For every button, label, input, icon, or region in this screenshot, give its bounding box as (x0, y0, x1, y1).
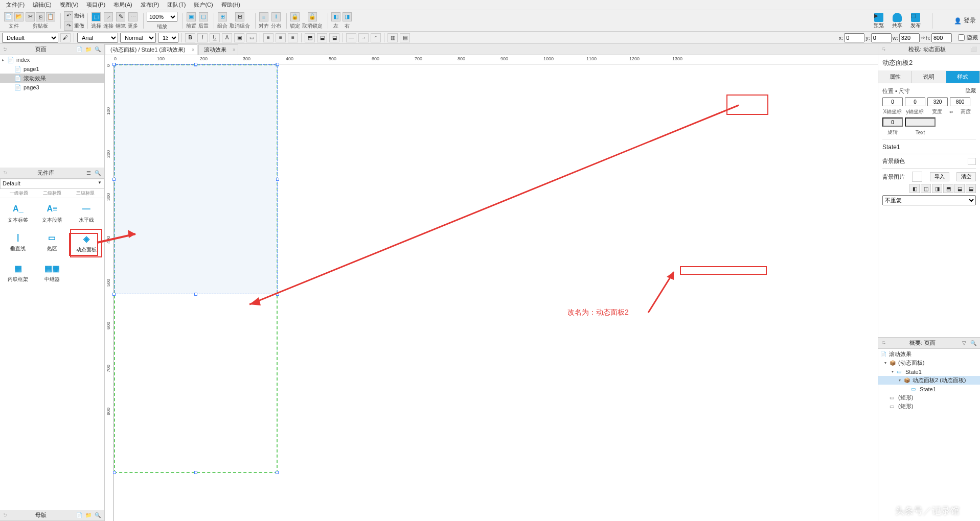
text-color-btn[interactable]: A (222, 33, 232, 42)
menu-help[interactable]: 帮助(H) (217, 0, 244, 10)
copy-icon[interactable]: ⎘ (36, 12, 45, 21)
open-icon[interactable]: 📂 (14, 12, 24, 21)
redo-icon[interactable]: ↷ (64, 21, 73, 31)
pad2-btn[interactable]: ▤ (400, 33, 410, 42)
collapse-icon[interactable]: ⮌ (3, 171, 8, 175)
halign-c-icon[interactable]: ◫ (921, 184, 931, 193)
close-icon[interactable]: × (192, 47, 195, 53)
library-select[interactable]: Default (0, 179, 104, 189)
tool-more[interactable]: ⋯更多 (128, 12, 138, 30)
bgimage-swatch[interactable] (912, 172, 922, 182)
close-icon[interactable]: × (233, 47, 236, 53)
collapse-icon[interactable]: ⮌ (3, 513, 8, 517)
repeat-select[interactable]: 不重复 (882, 195, 976, 205)
tool-pen[interactable]: ✎钢笔 (116, 12, 126, 30)
tab-style[interactable]: 样式 (946, 71, 980, 83)
size-w-input[interactable] (927, 97, 948, 106)
pad-btn[interactable]: ▥ (388, 33, 398, 42)
menu-arrange[interactable]: 布局(A) (109, 0, 136, 10)
size-select[interactable]: 13 (158, 33, 178, 43)
valign-t-icon[interactable]: ⬒ (943, 184, 953, 193)
menu-file[interactable]: 文件(F) (2, 0, 29, 10)
page-item[interactable]: ▸📄index (0, 55, 104, 64)
canvas-content[interactable] (114, 64, 878, 521)
y-input[interactable] (871, 33, 892, 42)
search-icon[interactable]: 🔍 (94, 170, 101, 177)
outline-root[interactable]: 📄滚动效果 (878, 350, 980, 359)
clear-button[interactable]: 清空 (956, 172, 976, 181)
pos-y-input[interactable] (905, 97, 925, 106)
tab-properties[interactable]: 属性 (878, 71, 912, 83)
halign-l-icon[interactable]: ◧ (909, 184, 920, 193)
menu-account[interactable]: 账户(C) (190, 0, 217, 10)
outline-item[interactable]: ▾📦(动态面板) (878, 359, 980, 367)
widget-热区[interactable]: ▭热区 (36, 229, 69, 257)
align-left-btn[interactable]: ≡ (263, 33, 274, 42)
x-input[interactable] (844, 33, 864, 42)
tool-back[interactable]: ▢后置 (198, 12, 209, 30)
outline-item[interactable]: ▭(矩形) (878, 402, 980, 411)
canvas-workspace[interactable]: 0100200300400500600700800900100011001200… (105, 55, 878, 521)
size-h-input[interactable] (950, 97, 970, 106)
zoom-select[interactable]: 100% (147, 12, 177, 22)
tool-front[interactable]: ▣前置 (186, 12, 196, 30)
page-item[interactable]: 📄page1 (0, 64, 104, 74)
tool-group-btn[interactable]: ⊞组合 (217, 12, 227, 30)
widget-水平线[interactable]: —水平线 (70, 200, 102, 227)
menu-publish[interactable]: 发布(P) (136, 0, 164, 10)
valign-b-icon[interactable]: ⬓ (966, 184, 976, 193)
collapse-icon[interactable]: ⮎ (881, 341, 886, 345)
tool-align[interactable]: ≡对齐 (259, 12, 269, 30)
cut-icon[interactable]: ✂ (26, 12, 35, 21)
tool-unlock[interactable]: 🔓取消锁定 (302, 12, 323, 30)
menu-edit[interactable]: 编辑(E) (29, 0, 56, 10)
outline-item[interactable]: ▾📦动态面板2 (动态面板) (878, 376, 980, 385)
filter-icon[interactable]: ▽ (961, 340, 968, 347)
tab-notes[interactable]: 说明 (912, 71, 946, 83)
italic-btn[interactable]: I (197, 33, 208, 42)
widget-内联框架[interactable]: ▦内联框架 (2, 259, 34, 286)
w-input[interactable] (899, 33, 920, 42)
valign-mid-btn[interactable]: ⬓ (317, 33, 327, 42)
tool-right[interactable]: ◨右 (343, 12, 352, 30)
corner-btn[interactable]: ◜ (371, 33, 381, 42)
add-page-icon[interactable]: 📄 (76, 46, 83, 53)
inspector-object-name[interactable]: 动态面板2 (878, 55, 980, 71)
search-icon[interactable]: 🔍 (94, 46, 101, 53)
login-button[interactable]: 👤登录 (954, 16, 976, 25)
tool-distribute[interactable]: ⫴分布 (271, 12, 281, 30)
tool-select[interactable]: ⬚选择 (91, 12, 101, 30)
halign-r-icon[interactable]: ◨ (932, 184, 942, 193)
menu-team[interactable]: 团队(T) (163, 0, 190, 10)
lock-aspect-icon[interactable]: ⬄ (949, 109, 953, 114)
add-master-icon[interactable]: 📄 (76, 512, 83, 519)
tab-dynamic-panel-state1[interactable]: (动态面板) / State1 (滚动效果)× (105, 44, 197, 55)
page-item[interactable]: 📄滚动效果 (0, 74, 104, 83)
border-btn[interactable]: ▭ (246, 33, 257, 42)
widget-垂直线[interactable]: |垂直线 (2, 229, 34, 257)
tab-scroll-effect[interactable]: 滚动效果× (198, 44, 238, 55)
align-right-btn[interactable]: ≡ (288, 33, 298, 42)
outline-item[interactable]: ▭State1 (878, 385, 980, 393)
popout-icon[interactable]: ⬜ (970, 46, 977, 53)
valign-m-icon[interactable]: ⬓ (954, 184, 965, 193)
bold-btn[interactable]: B (185, 33, 195, 42)
add-folder-icon[interactable]: 📁 (85, 512, 92, 519)
outline-item[interactable]: ▾▭State1 (878, 367, 980, 376)
paste-icon[interactable]: 📋 (46, 12, 55, 21)
hide-checkbox[interactable]: 隐藏 (958, 34, 978, 41)
page-item[interactable]: 📄page3 (0, 83, 104, 92)
tool-lock[interactable]: 🔒锁定 (290, 12, 300, 30)
valign-bot-btn[interactable]: ⬓ (329, 33, 339, 42)
pos-x-input[interactable] (882, 97, 903, 106)
widget-文本段落[interactable]: A≡文本段落 (36, 200, 69, 227)
widget-中继器[interactable]: ▦▦中继器 (36, 259, 69, 286)
undo-icon[interactable]: ↶ (64, 11, 73, 20)
fill-color-btn[interactable]: ▣ (234, 33, 244, 42)
menu-icon[interactable]: ☰ (85, 170, 92, 177)
menu-view[interactable]: 视图(V) (56, 0, 83, 10)
search-icon[interactable]: 🔍 (94, 512, 101, 519)
share-button[interactable]: 共享 (892, 13, 902, 29)
valign-top-btn[interactable]: ⬒ (305, 33, 315, 42)
weight-select[interactable]: Normal (120, 33, 156, 43)
